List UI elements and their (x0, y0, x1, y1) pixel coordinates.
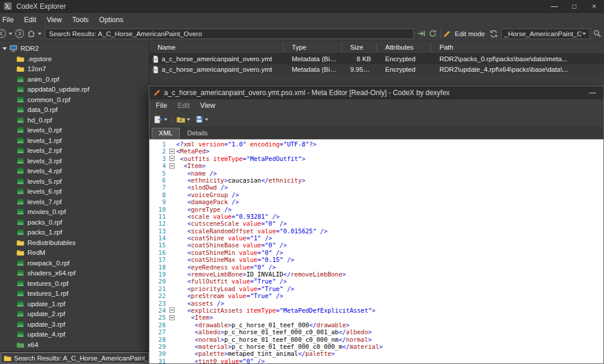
tree-item-.egstore[interactable]: .egstore (0, 54, 149, 64)
expander-icon[interactable] (2, 47, 7, 50)
code-text: <scaleRandomOffset value="0.015625" /> (176, 228, 327, 235)
code-text: <?xml version="1.0" encoding="UTF-8"?> (176, 141, 316, 148)
close-button[interactable]: × (584, 0, 604, 12)
tree-item-update_1.rpf[interactable]: update_1.rpf (0, 299, 149, 309)
import-button[interactable] (174, 115, 193, 124)
forward-icon[interactable] (15, 29, 25, 38)
menu-edit[interactable]: Edit (19, 16, 41, 24)
menu-view[interactable]: View (41, 16, 67, 24)
fold-collapse-icon[interactable] (169, 315, 174, 320)
tree-item-textures_0.rpf[interactable]: textures_0.rpf (0, 278, 149, 289)
bottom-tab-strip: Search Results: A_C_Horse_AmericanPaint_… (0, 351, 149, 364)
file-icon (152, 55, 159, 63)
column-header-attributes[interactable]: Attributes (377, 43, 431, 52)
line-number: 30 (149, 350, 168, 357)
file-row[interactable]: a_c_horse_americanpaint_overo.ymtMetadat… (149, 54, 604, 64)
tree-item-levels_7.rpf[interactable]: levels_7.rpf (0, 197, 149, 207)
tree-item-label: common_0.rpf (27, 96, 71, 103)
line-number: 5 (149, 170, 168, 177)
menu-options[interactable]: Options (94, 16, 128, 24)
search-results-tab[interactable]: Search Results: A_C_Horse_AmericanPaint_… (1, 352, 149, 363)
tree-item-label: Redistributables (27, 239, 75, 246)
refresh-icon[interactable] (428, 29, 437, 38)
tree-item-shaders_x64.rpf[interactable]: shaders_x64.rpf (0, 268, 149, 279)
fold-collapse-icon[interactable] (169, 163, 174, 169)
tree-item-levels_2.rpf[interactable]: levels_2.rpf (0, 146, 149, 156)
editor-minimize-button[interactable]: — (584, 89, 601, 97)
editor-tab-details[interactable]: Details (180, 128, 215, 139)
line-number: 14 (149, 235, 168, 242)
search-input[interactable] (504, 29, 581, 38)
tree-item-hd_0.rpf[interactable]: hd_0.rpf (0, 115, 149, 125)
tree-item-redistributables[interactable]: Redistributables (0, 237, 149, 248)
tree-item-packs_1.rpf[interactable]: packs_1.rpf (0, 228, 149, 238)
tree-item-common_0.rpf[interactable]: common_0.rpf (0, 94, 149, 105)
tree-item-levels_0.rpf[interactable]: levels_0.rpf (0, 125, 149, 136)
code-text: <assets /> (176, 300, 224, 307)
rpf-icon (16, 269, 25, 277)
tree-item-rowpack_0.rpf[interactable]: rowpack_0.rpf (0, 258, 149, 268)
tree-item-anim_0.rpf[interactable]: anim_0.rpf (0, 74, 149, 85)
tree-item-levels_5.rpf[interactable]: levels_5.rpf (0, 176, 149, 187)
tree-item-update_3.rpf[interactable]: update_3.rpf (0, 319, 149, 330)
search-caret-icon[interactable] (582, 33, 586, 35)
menu-view[interactable]: View (195, 102, 221, 110)
tree-item-packs_0.rpf[interactable]: packs_0.rpf (0, 217, 149, 228)
tree-root-rdr2[interactable]: RDR2 (0, 43, 149, 54)
tree-item-appdata0_update.rpf[interactable]: appdata0_update.rpf (0, 85, 149, 95)
go-icon[interactable] (417, 29, 426, 38)
tree-item-textures_1.rpf[interactable]: textures_1.rpf (0, 289, 149, 299)
tree-item-levels_6.rpf[interactable]: levels_6.rpf (0, 187, 149, 197)
code-text: <damagePack /> (176, 198, 239, 205)
app-logo-icon (4, 2, 12, 10)
back-icon[interactable] (0, 29, 6, 38)
tree-item-label: textures_0.rpf (27, 280, 68, 287)
back-history-caret-icon[interactable] (9, 33, 12, 35)
menu-file[interactable]: File (0, 16, 19, 24)
tree-item-levels_3.rpf[interactable]: levels_3.rpf (0, 156, 149, 166)
code-line: 27 <albedo>p_c_horse_01_teef_000_c0_001_… (149, 328, 603, 335)
home-icon[interactable] (27, 29, 36, 38)
tree-item-movies_0.rpf[interactable]: movies_0.rpf (0, 207, 149, 218)
tree-item-levels_4.rpf[interactable]: levels_4.rpf (0, 166, 149, 177)
tree-item-12on7[interactable]: 12on7 (0, 64, 149, 75)
menu-file[interactable]: File (151, 102, 172, 110)
sync-icon[interactable] (489, 29, 498, 38)
home-caret-icon[interactable] (38, 33, 41, 35)
tree-item-update_2.rpf[interactable]: update_2.rpf (0, 309, 149, 320)
tree-item-label: data_0.rpf (27, 106, 58, 113)
column-header-type[interactable]: Type (284, 43, 342, 52)
window-title: CodeX Explorer (16, 2, 66, 10)
menu-edit[interactable]: Edit (172, 102, 195, 110)
maximize-button[interactable]: □ (564, 0, 584, 12)
tree-item-x64[interactable]: x64 (0, 340, 149, 350)
search-icon[interactable] (593, 29, 602, 38)
save-button[interactable] (193, 115, 211, 124)
menu-tools[interactable]: Tools (67, 16, 94, 24)
export-button[interactable] (152, 115, 170, 124)
line-number: 29 (149, 343, 168, 350)
tree-item-data_0.rpf[interactable]: data_0.rpf (0, 105, 149, 116)
code-area[interactable]: 1<?xml version="1.0" encoding="UTF-8"?>2… (149, 139, 603, 363)
code-text: <MetaPed> (176, 148, 210, 155)
code-text: <coatShineBase value="0" /> (176, 242, 287, 249)
rpf-icon (16, 85, 25, 93)
column-header-path[interactable]: Path (431, 43, 604, 52)
address-input[interactable] (45, 29, 414, 39)
tree-item-redm[interactable]: RedM (0, 248, 149, 258)
tree-item-update_4.rpf[interactable]: update_4.rpf (0, 330, 149, 340)
tree-item-levels_1.rpf[interactable]: levels_1.rpf (0, 135, 149, 146)
fold-collapse-icon[interactable] (169, 149, 174, 154)
file-row[interactable]: a_c_horse_americanpaint_overo.ymtMetadat… (149, 64, 604, 75)
fold-collapse-icon[interactable] (169, 156, 174, 161)
edit-mode-button[interactable]: Edit mode (444, 28, 488, 40)
code-text: <ethnicity>caucasian</ethnicity> (176, 177, 305, 184)
column-header-name[interactable]: Name (149, 43, 284, 52)
column-header-size[interactable]: Size (342, 43, 377, 52)
minimize-button[interactable]: — (544, 0, 564, 12)
editor-titlebar[interactable]: a_c_horse_americanpaint_overo.ymt.pso.xm… (149, 86, 603, 99)
editor-tab-xml[interactable]: XML (152, 128, 180, 139)
search-box (501, 29, 590, 39)
line-number: 6 (149, 177, 168, 184)
fold-collapse-icon[interactable] (169, 307, 174, 313)
